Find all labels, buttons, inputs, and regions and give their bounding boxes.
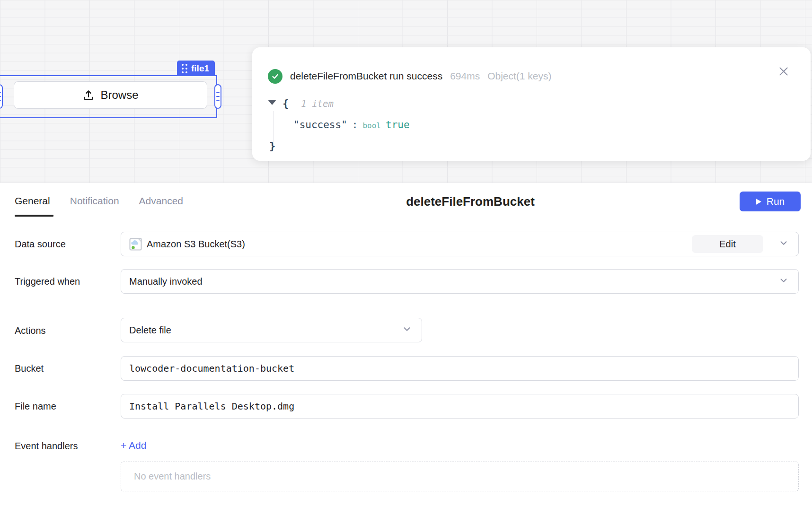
json-colon: : [352, 119, 358, 131]
component-name-label: file1 [191, 63, 209, 74]
file-name-input[interactable]: Install Parallels Desktop.dmg [121, 394, 799, 419]
json-entry-row: "success" : bool true [293, 119, 410, 131]
browse-button[interactable]: Browse [14, 81, 207, 109]
drag-handle-icon [182, 64, 187, 73]
upload-icon [82, 89, 95, 101]
data-source-label: Data source [15, 238, 66, 250]
resize-handle-right[interactable] [214, 84, 221, 109]
editor-tabs: General Notification Advanced [15, 195, 183, 217]
json-items-hint: 1 item [301, 98, 334, 109]
selected-component-file1[interactable]: file1 Browse [0, 75, 217, 118]
event-handlers-label: Event handlers [15, 440, 78, 452]
json-value: true [386, 119, 410, 131]
event-handlers-empty-box: No event handlers [121, 462, 799, 491]
resize-handle-left[interactable] [0, 84, 3, 109]
actions-label: Actions [15, 325, 46, 336]
triggered-when-label: Triggered when [15, 276, 80, 287]
file-name-label: File name [15, 401, 56, 412]
success-check-icon [268, 69, 282, 84]
data-source-select[interactable]: Amazon S3 Bucket(S3) Edit [121, 232, 799, 256]
browse-button-label: Browse [100, 88, 138, 102]
run-result-title: deleteFileFromBucket run success [290, 70, 442, 82]
run-duration: 694ms [450, 70, 480, 82]
collapse-caret-icon[interactable] [268, 100, 276, 105]
chevron-down-icon[interactable] [402, 324, 412, 337]
triggered-when-value: Manually invoked [129, 276, 203, 287]
bucket-input[interactable]: lowcoder-documentation-bucket [121, 356, 799, 381]
tab-notification[interactable]: Notification [70, 195, 119, 217]
run-button-label: Run [767, 196, 785, 207]
close-icon[interactable] [777, 64, 791, 79]
lowcoder-app: file1 Browse [0, 0, 812, 506]
json-key: "success" [293, 119, 347, 131]
s3-datasource-icon [129, 238, 142, 251]
file-name-value: Install Parallels Desktop.dmg [129, 401, 294, 412]
component-drag-tag[interactable]: file1 [177, 61, 215, 76]
json-open-brace: { [282, 97, 289, 109]
run-button[interactable]: Run [740, 192, 801, 211]
json-close-brace: } [269, 140, 275, 152]
actions-select[interactable]: Delete file [121, 318, 422, 342]
bucket-label: Bucket [15, 363, 44, 374]
json-value-type: bool [362, 121, 381, 130]
run-result-panel: deleteFileFromBucket run success 694ms O… [252, 47, 811, 161]
edit-datasource-button[interactable]: Edit [692, 235, 763, 253]
data-source-value: Amazon S3 Bucket(S3) [147, 239, 245, 250]
tab-advanced[interactable]: Advanced [139, 195, 183, 217]
run-result-meta: Object(1 keys) [487, 70, 551, 82]
actions-value: Delete file [129, 325, 171, 336]
bucket-value: lowcoder-documentation-bucket [129, 363, 294, 374]
json-root-row: { 1 item [268, 97, 334, 109]
triggered-when-select[interactable]: Manually invoked [121, 269, 799, 294]
query-title: deleteFileFromBucket [406, 194, 535, 209]
chevron-down-icon[interactable] [778, 238, 789, 251]
query-editor-panel: General Notification Advanced deleteFile… [0, 183, 812, 506]
event-handlers-empty-text: No event handlers [134, 471, 211, 482]
json-close-row: } [269, 140, 275, 152]
play-icon [756, 198, 762, 205]
run-result-header: deleteFileFromBucket run success 694ms O… [268, 68, 792, 84]
add-event-handler-button[interactable]: + Add [121, 440, 146, 451]
design-canvas[interactable]: file1 Browse [0, 0, 812, 183]
chevron-down-icon[interactable] [778, 275, 789, 288]
tab-general[interactable]: General [15, 195, 50, 217]
